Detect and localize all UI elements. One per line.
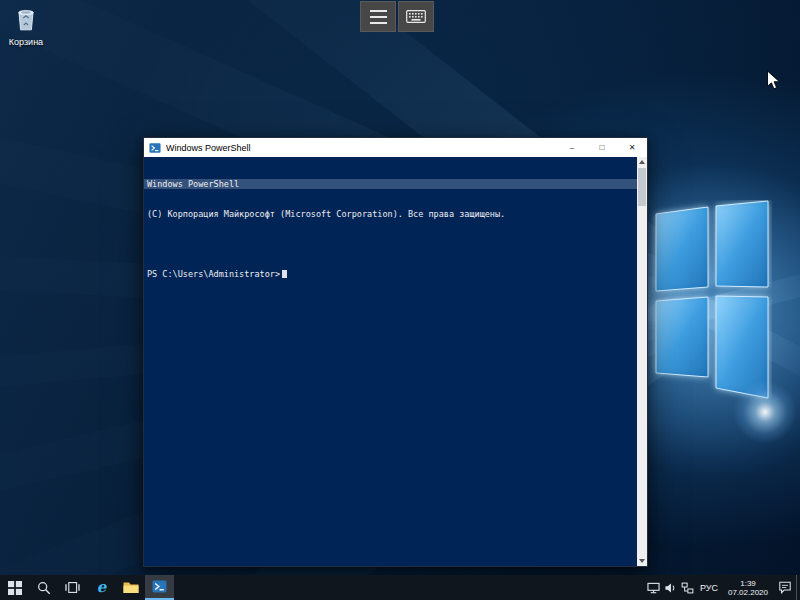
console-output-area[interactable]: Windows PowerShell (C) Корпорация Майкро… <box>144 157 647 566</box>
console-prompt: PS C:\Users\Administrator> <box>147 269 280 279</box>
hamburger-icon <box>370 10 387 24</box>
window-titlebar[interactable]: Windows PowerShell – □ ✕ <box>144 138 647 157</box>
recycle-bin-label: Корзина <box>2 37 50 47</box>
taskbar-buttons: e <box>0 575 174 600</box>
keyboard-button[interactable] <box>398 1 434 32</box>
network-icon <box>681 582 694 594</box>
scroll-down-arrow[interactable] <box>637 556 647 566</box>
taskbar: e <box>0 575 800 600</box>
console-blank-line <box>147 239 635 249</box>
taskbar-clock[interactable]: 1:39 07.02.2020 <box>722 579 774 597</box>
keyboard-icon <box>406 10 426 23</box>
windows-logo <box>650 200 772 420</box>
maximize-button[interactable]: □ <box>587 138 617 157</box>
recycle-bin-icon <box>13 5 39 32</box>
powershell-icon <box>152 579 167 594</box>
console-copyright-line: (C) Корпорация Майкрософт (Microsoft Cor… <box>147 209 635 219</box>
window-controls: – □ ✕ <box>557 138 647 157</box>
clock-time: 1:39 <box>724 579 772 588</box>
minimize-button[interactable]: – <box>557 138 587 157</box>
menu-button[interactable] <box>360 1 396 32</box>
console-banner-line: Windows PowerShell <box>144 179 647 189</box>
file-explorer-folder-icon <box>123 581 139 594</box>
clock-date: 07.02.2020 <box>724 588 772 597</box>
task-view-icon <box>65 581 80 594</box>
language-indicator[interactable]: РУС <box>696 583 722 593</box>
close-button[interactable]: ✕ <box>617 138 647 157</box>
display-icon <box>647 582 660 594</box>
powershell-taskbar-button[interactable] <box>145 575 174 600</box>
taskbar-search-button[interactable] <box>29 575 58 600</box>
action-center-icon <box>778 581 792 594</box>
tray-volume-button[interactable] <box>662 575 679 600</box>
vm-console-toolbar <box>360 1 434 32</box>
windows-start-icon <box>8 581 22 595</box>
task-view-button[interactable] <box>58 575 87 600</box>
console-cursor <box>282 270 287 278</box>
show-desktop-button[interactable] <box>796 575 800 600</box>
console-prompt-line: PS C:\Users\Administrator> <box>147 269 635 279</box>
internet-explorer-icon: e <box>97 580 107 595</box>
window-title: Windows PowerShell <box>166 143 251 153</box>
start-button[interactable] <box>0 575 29 600</box>
search-icon <box>37 581 51 595</box>
scrollbar-thumb[interactable] <box>638 168 646 206</box>
powershell-window-icon <box>149 142 161 154</box>
tray-network-button[interactable] <box>679 575 696 600</box>
action-center-button[interactable] <box>774 575 796 600</box>
recycle-bin-desktop-icon[interactable]: Корзина <box>2 5 50 47</box>
system-tray: РУС 1:39 07.02.2020 <box>645 575 800 600</box>
console-scrollbar[interactable] <box>637 157 647 566</box>
file-explorer-button[interactable] <box>116 575 145 600</box>
scroll-up-arrow[interactable] <box>637 157 647 167</box>
internet-explorer-button[interactable]: e <box>87 575 116 600</box>
tray-display-button[interactable] <box>645 575 662 600</box>
volume-icon <box>664 582 677 594</box>
powershell-window: Windows PowerShell – □ ✕ Windows PowerSh… <box>143 137 648 567</box>
